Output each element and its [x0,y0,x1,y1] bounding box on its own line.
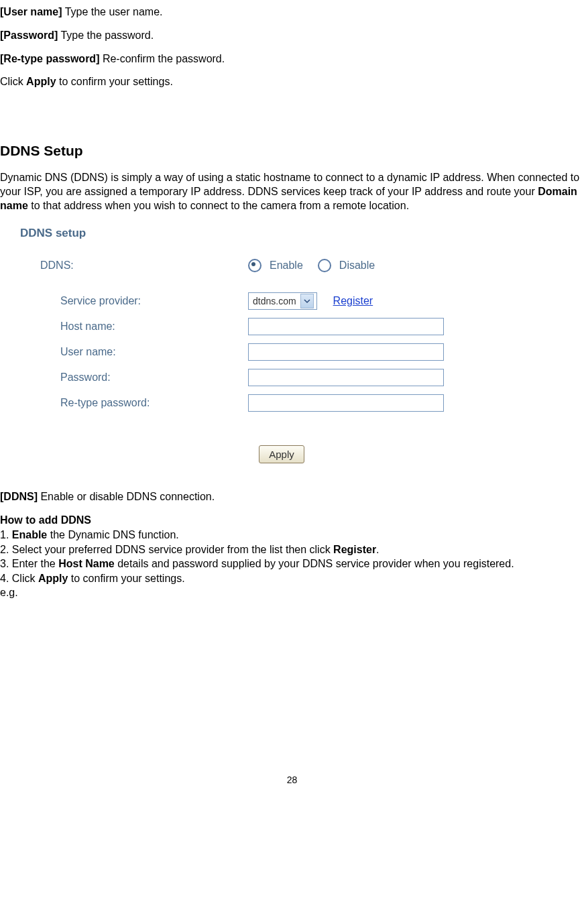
para-username: [User name] Type the user name. [0,5,584,19]
radio-disable[interactable] [318,259,331,272]
select-service-provider[interactable]: dtdns.com [248,292,317,310]
step3-bold: Host Name [58,558,115,569]
label-password: [Password] [0,30,58,41]
label-retype: [Re-type password] [0,53,99,64]
step4-pre: 4. Click [0,573,38,584]
desc-post: to that address when you wish to connect… [28,200,409,211]
input-username[interactable] [248,343,444,361]
howto-step2: 2. Select your preferred DDNS service pr… [0,542,584,557]
register-link[interactable]: Register [333,295,373,307]
step3-post: details and password supplied by your DD… [115,558,514,569]
label-service-provider: Service provider: [20,295,248,307]
label-retype-fig: Re-type password: [20,397,248,409]
step2-post: . [376,544,379,555]
howto-step3: 3. Enter the Host Name details and passw… [0,557,584,571]
step4-bold: Apply [38,573,68,584]
radio-disable-label: Disable [339,259,375,272]
select-value: dtdns.com [253,296,296,306]
howto-step1: 1. Enable the Dynamic DNS function. [0,528,584,542]
desc-pre: Dynamic DNS (DDNS) is simply a way of us… [0,172,579,197]
apply-button[interactable]: Apply [259,445,304,463]
para-click-apply: Click Apply to confirm your settings. [0,75,584,89]
label-hostname: Host name: [20,321,248,333]
radio-group-ddns: Enable Disable [248,259,375,272]
heading-ddns-setup: DDNS Setup [0,143,584,159]
click-pre: Click [0,76,26,87]
figure-title: DDNS setup [20,227,543,240]
step1-post: the Dynamic DNS function. [47,529,179,540]
text-username: Type the user name. [62,6,162,17]
para-ddns-desc: Dynamic DNS (DDNS) is simply a way of us… [0,171,584,213]
label-ddns-field: [DDNS] [0,491,38,502]
para-retype: [Re-type password] Re-confirm the passwo… [0,52,584,66]
figure-ddns-setup: DDNS setup DDNS: Enable Disable Service … [20,227,543,463]
input-password[interactable] [248,369,444,386]
label-username: [User name] [0,6,62,17]
step1-pre: 1. [0,529,12,540]
radio-enable-label: Enable [270,259,303,272]
text-retype: Re-confirm the password. [99,53,225,64]
chevron-down-icon[interactable] [300,294,314,308]
step4-post: to confirm your settings. [68,573,184,584]
label-password-fig: Password: [20,371,248,384]
step1-bold: Enable [12,529,47,540]
step3-pre: 3. Enter the [0,558,58,569]
howto-eg: e.g. [0,585,584,600]
howto-step4: 4. Click Apply to confirm your settings. [0,571,584,586]
howto-block: How to add DDNS 1. Enable the Dynamic DN… [0,513,584,600]
step2-pre: 2. Select your preferred DDNS service pr… [0,544,333,555]
page-number: 28 [0,774,584,799]
para-ddns-field: [DDNS] Enable or disable DDNS connection… [0,490,584,504]
text-ddns-field: Enable or disable DDNS connection. [38,491,215,502]
click-apply-bold: Apply [26,76,56,87]
label-ddns: DDNS: [20,259,248,272]
howto-heading: How to add DDNS [0,514,91,526]
text-password: Type the password. [58,30,154,41]
label-username-fig: User name: [20,346,248,358]
radio-enable[interactable] [248,259,261,272]
click-post: to confirm your settings. [56,76,173,87]
para-password: [Password] Type the password. [0,29,584,43]
input-hostname[interactable] [248,318,444,335]
step2-bold: Register [333,544,376,555]
input-retype-password[interactable] [248,394,444,412]
